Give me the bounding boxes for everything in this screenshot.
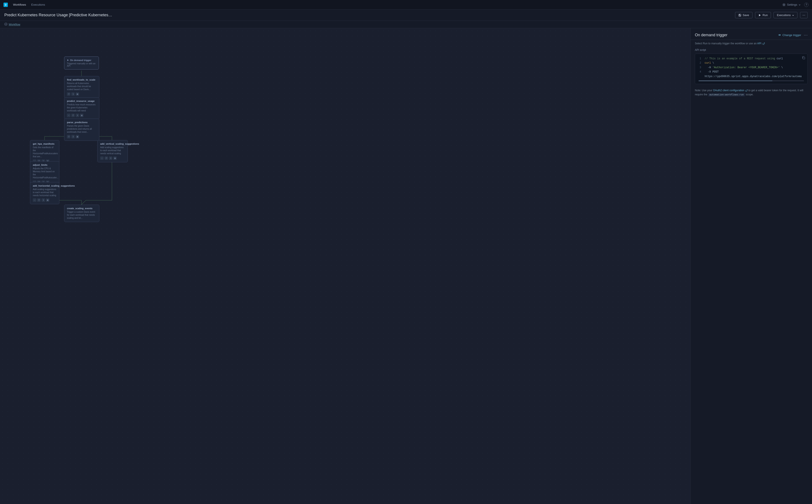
panel-more-button[interactable]: ⋯ [804,33,808,37]
panel-header-actions: Change trigger ⋯ [778,33,808,37]
breadcrumb-icon [4,23,7,26]
code-line-2: 2 curl \ [699,61,804,65]
node-vertical-desc: Add scaling suggestions to each workload… [100,146,125,155]
node-hpa-title: get_hpa_manifests [33,143,56,145]
page-title: Predict Kubernetes Resource Usage [Predi… [4,13,113,17]
oauth-link[interactable]: OAuth2 client configuration [713,89,748,92]
code-block: 1 // This is an example of a REST reques… [695,54,808,84]
svg-point-2 [783,4,785,5]
clock-icon-5: ⏱ [104,156,108,160]
info-icon-3: ℹ [71,135,75,138]
node-scaling-title: create_scaling_events [67,207,96,210]
svg-rect-16 [803,57,805,59]
panel-subtitle: Select Run to manually trigger the workf… [691,40,812,48]
svg-point-7 [5,23,7,25]
node-predict-title: predict_resource_usage [67,100,96,102]
panel-header: On demand trigger Change trigger ⋯ [691,28,812,40]
svg-marker-15 [67,59,69,61]
node-vertical-icons: ↔ ⏱ ℹ ▣ [100,156,125,160]
node-create-scaling[interactable]: create_scaling_events Trigger a custom D… [64,205,99,222]
info-icon: ℹ [71,92,75,96]
executions-label: Executions [777,13,791,17]
breadcrumb-label[interactable]: Workflow [9,23,20,26]
save-label: Save [743,13,749,17]
main-layout: On demand trigger Triggered manually or … [0,28,812,504]
help-button[interactable]: ? [804,3,809,7]
api-script-section: API script 1 // This is an example of a … [691,48,812,88]
svg-marker-6 [759,14,761,16]
code-line-4: 4 -X POST https://ypd98635.sprint.apps.d… [699,70,804,79]
node-predict-icons: ↔ ⏱ ℹ ▣ [67,114,96,117]
right-panel: On demand trigger Change trigger ⋯ Selec… [690,28,812,504]
info-icon-2: ℹ [76,114,79,117]
node-vertical-title: add_vertical_scaling_suggestions [100,143,125,145]
node-parse[interactable]: parse_predictions Parses the given Davis… [64,119,99,141]
node-hpa-desc: Gets the manifests of the HorizontalPodA… [33,146,56,158]
run-button[interactable]: Run [755,12,771,18]
page-header: Predict Kubernetes Resource Usage [Predi… [0,10,812,21]
code-scrollbar[interactable] [699,80,804,81]
node-add-vertical[interactable]: add_vertical_scaling_suggestions Add sca… [97,140,128,162]
svg-point-8 [5,24,6,25]
top-nav-right: Settings ? [782,3,809,7]
settings-label: Settings [787,3,797,6]
node-add-horizontal[interactable]: add_horizontal_scaling_suggestions Add s… [30,182,59,204]
node-parse-icons: ⏱ ℹ ▣ [67,135,96,138]
workflow-canvas[interactable]: On demand trigger Triggered manually or … [0,28,690,504]
nav-workflows[interactable]: Workflows [13,3,26,6]
node-adjust-title: adjust_limits [33,164,56,166]
nav-executions[interactable]: Executions [31,3,45,6]
api-link[interactable]: API [757,42,765,45]
node-horizontal-desc: Add scaling suggestions to each workload… [33,188,56,197]
app-logo: D [3,3,8,7]
node-predict-desc: Predicts how much resources the given Ku… [67,103,96,112]
clock-icon-3: ⏱ [67,135,70,138]
box-icon-2: ▣ [80,114,83,117]
node-find-desc: Returns all Kubernetes workloads that sh… [67,82,96,91]
panel-title: On demand trigger [695,33,727,37]
node-horizontal-title: add_horizontal_scaling_suggestions [33,184,56,187]
clock-icon-7: ⏱ [37,198,41,202]
canvas-background [0,28,690,504]
box-icon-3: ▣ [76,135,79,138]
copy-button[interactable] [802,56,805,60]
svg-text:D: D [5,4,6,6]
box-icon-7: ▣ [46,198,49,202]
info-icon-5: ℹ [109,156,112,160]
arrow-icon-3: ↔ [100,156,104,160]
node-horizontal-icons: ↔ ⏱ ℹ ▣ [33,198,56,202]
box-icon-5: ▣ [113,156,117,160]
top-nav: D Workflows Executions Settings ? [0,0,812,10]
code-line-3: 3 -H 'Authorization: Bearer <YOUR_BEARER… [699,65,804,70]
api-script-label: API script [695,48,808,51]
node-find-icons: ⏱ ℹ ▣ [67,92,96,96]
more-button[interactable]: ⋯ [800,12,808,18]
change-trigger-label: Change trigger [782,33,801,37]
clock-icon: ⏱ [67,92,70,96]
save-button[interactable]: Save [735,12,752,18]
header-actions: Save Run Executions ⋯ [735,12,808,18]
node-parse-title: parse_predictions [67,121,96,124]
node-scaling-desc: Trigger a custom Davis event for each wo… [67,211,96,220]
change-trigger-button[interactable]: Change trigger [778,33,801,37]
info-icon-7: ℹ [41,198,45,202]
node-trigger-desc: Triggered manually or with an API [67,62,96,67]
arrow-icon-5: ↔ [33,198,36,202]
breadcrumb-bar: Workflow [0,21,812,28]
node-predict[interactable]: predict_resource_usage Predicts how much… [64,97,99,119]
code-line-1: 1 // This is an example of a REST reques… [699,56,804,61]
note-section: Note: Use your OAuth2 client configurati… [691,88,812,97]
executions-button[interactable]: Executions [774,12,797,18]
scope-code: automation:workflows:run [708,93,745,96]
node-trigger-title: On demand trigger [67,59,96,61]
node-adjust-desc: Adjusts the CPU & Memory limit based on … [33,167,56,179]
node-find-title: find_workloads_to_scale [67,78,96,81]
settings-button[interactable]: Settings [782,3,801,7]
arrow-icon: ↔ [67,114,70,117]
box-icon: ▣ [76,92,79,96]
node-find-workloads[interactable]: find_workloads_to_scale Returns all Kube… [64,76,99,98]
run-label: Run [763,13,768,17]
node-parse-desc: Parses the given Davis predictions and r… [67,124,96,134]
node-trigger[interactable]: On demand trigger Triggered manually or … [64,56,99,70]
code-scrollbar-thumb [699,80,772,81]
